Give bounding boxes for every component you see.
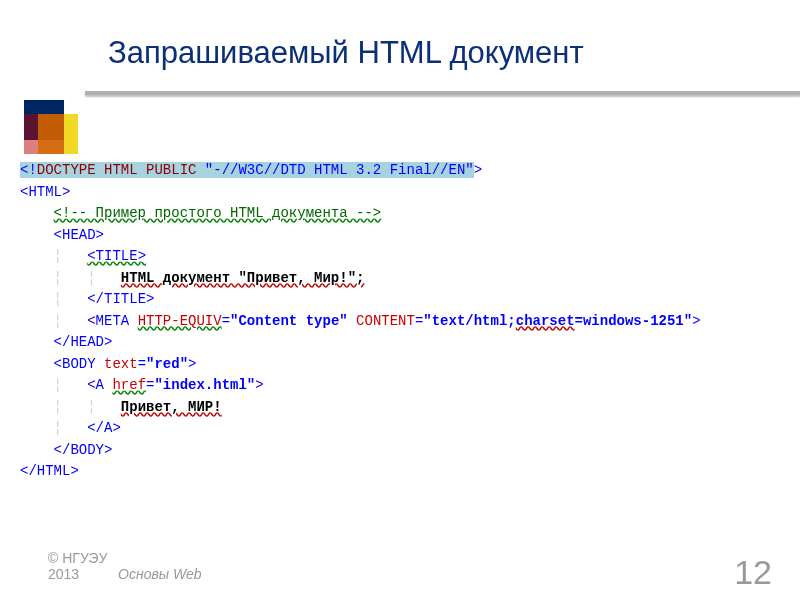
footer: © НГУЭУ 2013 Основы Web (48, 550, 201, 582)
logo-squares (24, 100, 79, 155)
footer-course: Основы Web (118, 566, 201, 582)
footer-copyright: © НГУЭУ (48, 550, 107, 566)
page-number: 12 (734, 553, 772, 592)
footer-year: 2013 (48, 566, 79, 582)
code-block: <!DOCTYPE HTML PUBLIC "-//W3C//DTD HTML … (20, 160, 780, 483)
slide-title: Запрашиваемый HTML документ (108, 35, 800, 71)
divider (85, 91, 800, 95)
